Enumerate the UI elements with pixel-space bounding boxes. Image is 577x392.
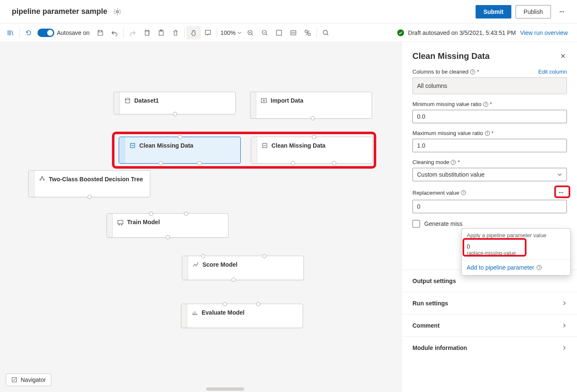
max-ratio-input[interactable]: [412, 139, 567, 152]
node-evaluate[interactable]: Evaluate Model: [181, 304, 303, 328]
popup-add-link-text: Add to pipeline parameter: [467, 264, 534, 271]
section-module-info[interactable]: Module information: [402, 336, 577, 359]
header-more-icon[interactable]: ···: [555, 8, 569, 15]
replacement-input[interactable]: [412, 200, 567, 213]
info-icon[interactable]: ?: [537, 265, 542, 270]
copy-icon[interactable]: [140, 26, 154, 40]
node-label: Train Model: [127, 219, 160, 225]
clean-icon: [129, 142, 136, 149]
svg-rect-1: [145, 31, 149, 35]
popup-header: Apply a pipeline parameter value: [462, 229, 570, 240]
min-ratio-input[interactable]: [412, 110, 567, 123]
dataset-icon: [124, 97, 131, 104]
h-scrollbar[interactable]: [0, 386, 402, 392]
info-icon[interactable]: ?: [485, 131, 490, 136]
pipeline-title: pipeline parameter sample: [12, 7, 107, 16]
parameter-popup: Apply a pipeline parameter value 0 rapla…: [461, 228, 571, 275]
columns-value[interactable]: [412, 77, 567, 94]
clean-icon: [261, 142, 268, 149]
submit-button[interactable]: Submit: [476, 5, 511, 19]
import-icon: [261, 97, 267, 104]
success-check-icon: [397, 29, 404, 36]
main-area: Dataset1 Import Data Clean Missing Data: [0, 42, 577, 392]
info-icon[interactable]: ?: [451, 160, 456, 165]
node-label: Evaluate Model: [202, 309, 245, 316]
library-icon[interactable]: [3, 26, 18, 40]
popup-add-link[interactable]: Add to pipeline parameter ?: [462, 260, 570, 275]
view-run-link[interactable]: View run overview: [520, 29, 568, 36]
max-ratio-label: Maximum missing value ratio: [412, 130, 483, 136]
node-score[interactable]: Score Model: [182, 256, 304, 280]
navigator-button[interactable]: Navigator: [6, 373, 51, 386]
close-icon[interactable]: ✕: [558, 52, 567, 60]
properties-panel: Clean Missing Data ✕ Columns to be clean…: [402, 42, 577, 392]
chevron-right-icon: [562, 301, 567, 306]
refresh-icon[interactable]: [21, 26, 36, 40]
navigator-label: Navigator: [21, 376, 46, 383]
redo-icon[interactable]: [125, 26, 140, 40]
settings-gear-icon[interactable]: [113, 8, 122, 16]
node-label: Clean Missing Data: [271, 142, 325, 149]
node-clean-missing-1[interactable]: Clean Missing Data: [119, 137, 241, 164]
svg-point-11: [323, 30, 327, 34]
section-comment[interactable]: Comment: [402, 314, 577, 336]
svg-rect-7: [277, 30, 282, 35]
undo-icon[interactable]: [107, 26, 122, 40]
publish-button[interactable]: Publish: [516, 5, 551, 19]
cleaning-mode-label: Cleaning mode: [412, 159, 449, 165]
select-icon[interactable]: [201, 26, 215, 40]
svg-rect-2: [159, 31, 163, 35]
replacement-label: Replacement value: [412, 190, 459, 196]
autosave-label: Autosave on: [57, 29, 90, 36]
zoom-value: 100%: [221, 29, 236, 36]
cleaning-mode-select[interactable]: Custom substitution value: [412, 168, 567, 181]
popup-item-name: raplace-missing-value: [467, 250, 565, 257]
pipeline-canvas[interactable]: Dataset1 Import Data Clean Missing Data: [0, 42, 402, 392]
node-bdt[interactable]: Two-Class Boosted Decision Tree: [28, 170, 150, 197]
generate-missing-checkbox[interactable]: [412, 220, 420, 228]
svg-point-0: [117, 11, 119, 13]
info-icon[interactable]: ?: [470, 69, 475, 74]
edges-layer: [0, 42, 126, 105]
node-dataset1[interactable]: Dataset1: [114, 92, 236, 114]
svg-point-13: [125, 98, 130, 100]
popup-item-value: 0: [467, 243, 565, 250]
zoom-dropdown[interactable]: 100%: [219, 29, 243, 36]
node-clean-missing-2[interactable]: Clean Missing Data: [251, 137, 373, 164]
paste-icon[interactable]: [154, 26, 168, 40]
info-icon[interactable]: ?: [461, 190, 466, 195]
svg-rect-9: [305, 30, 307, 32]
node-train[interactable]: Train Model: [106, 213, 229, 238]
replacement-more-button[interactable]: ···: [555, 188, 567, 197]
delete-icon[interactable]: [168, 26, 183, 40]
zoom-in-icon[interactable]: [243, 26, 258, 40]
score-icon: [192, 261, 199, 268]
autosave-status: Draft autosaved on 3/5/2021, 5:43:51 PM: [408, 29, 516, 36]
node-import-data[interactable]: Import Data: [250, 92, 372, 119]
cleaning-mode-value: Custom substitution value: [417, 171, 484, 178]
pan-icon[interactable]: [186, 26, 201, 40]
chevron-down-icon: [557, 172, 562, 177]
section-run-settings[interactable]: Run settings: [402, 292, 577, 314]
actual-size-icon[interactable]: [286, 26, 300, 40]
zoom-out-icon[interactable]: [258, 26, 272, 40]
popup-item[interactable]: 0 raplace-missing-value: [462, 240, 570, 260]
node-label: Dataset1: [134, 97, 159, 104]
node-label: Import Data: [271, 97, 303, 104]
search-icon[interactable]: [319, 26, 333, 40]
autosave-toggle[interactable]: [37, 29, 54, 37]
fit-icon[interactable]: [272, 26, 286, 40]
node-label: Score Model: [202, 261, 237, 268]
svg-rect-20: [118, 220, 123, 224]
svg-point-21: [119, 224, 120, 225]
train-icon: [117, 219, 124, 225]
autolayout-icon[interactable]: [300, 26, 315, 40]
svg-rect-10: [308, 33, 310, 35]
info-icon[interactable]: ?: [483, 102, 488, 107]
min-ratio-label: Minimum missing value ratio: [412, 101, 481, 107]
section-label: Output settings: [412, 278, 456, 284]
save-icon[interactable]: [93, 26, 107, 40]
chevron-right-icon: [562, 323, 567, 328]
edit-column-link[interactable]: Edit column: [538, 69, 567, 75]
generate-missing-label: Generate miss: [424, 220, 463, 227]
